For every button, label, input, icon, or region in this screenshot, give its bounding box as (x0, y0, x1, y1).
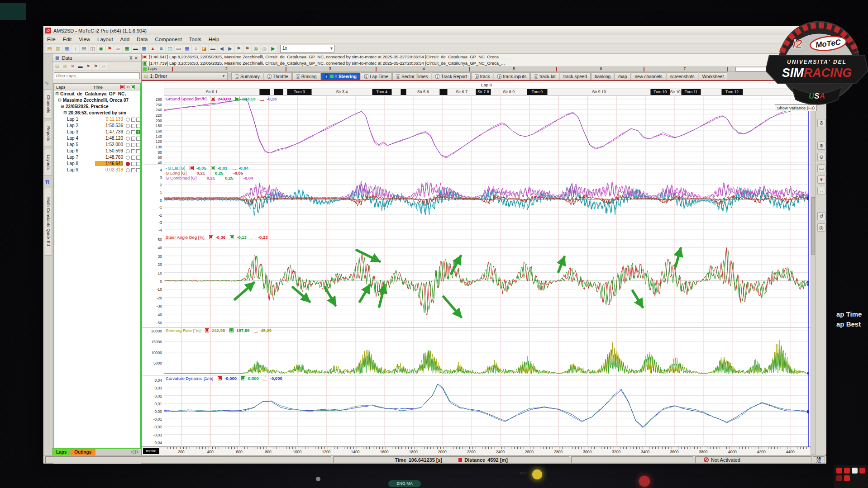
menu-file[interactable]: File (43, 36, 59, 43)
toolbar-icon-23[interactable]: ⚑ (243, 45, 251, 52)
data-panel-icon-1[interactable]: ▥ (62, 63, 68, 70)
lap-checkbox-1[interactable] (131, 124, 135, 128)
side-tab-layouts[interactable]: Layouts (44, 149, 52, 176)
lap-row[interactable]: Lap 41:48.120 (54, 136, 140, 142)
data-panel-icon-6[interactable]: ▱ (100, 63, 107, 70)
lap-row[interactable]: Lap 21:50.536 (54, 123, 140, 129)
lap-checkbox-2[interactable] (136, 118, 140, 122)
tab-new-channels[interactable]: new channels (631, 72, 666, 80)
toolbar-icon-21[interactable]: ▶ (226, 45, 234, 52)
close-panel-icon[interactable]: ✕ (134, 55, 138, 61)
lap-row[interactable]: Lap 61:50.599 (54, 148, 140, 155)
data-panel-icon-0[interactable]: ▤ (54, 63, 61, 70)
toolbar-icon-3[interactable]: ↓ (72, 45, 79, 52)
chart-g-forces[interactable]: 43210-1-2-3-4▪G Lat [G]-0,05-0,01-0,04G … (142, 165, 811, 234)
tree-group-row[interactable]: ⊟Circuit_de_Catalunya_GP_NC, (54, 91, 140, 98)
toolbar-icon-10[interactable]: ▬ (132, 45, 139, 52)
lap-row[interactable]: Lap 81:46.641 (54, 161, 140, 167)
chart-plot-curvature-dynamic[interactable] (164, 375, 809, 447)
minimize-button[interactable]: — (773, 27, 781, 34)
tab-laps[interactable]: Laps (52, 449, 71, 455)
tree-group-row[interactable]: ⊟20:36:53, converted by sim (54, 110, 140, 117)
lap-checkbox-1[interactable] (131, 130, 135, 134)
toolbar-icon-7[interactable]: ⚑ (106, 45, 114, 52)
lap-checkbox-1[interactable] (131, 168, 135, 172)
lap-checkbox-2[interactable] (136, 149, 140, 153)
lap-checkbox-1[interactable] (131, 137, 135, 141)
variance-delta-icon[interactable]: δ (817, 119, 825, 127)
collapse-icon[interactable]: ⊟ (63, 110, 67, 115)
data-panel-icon-2[interactable]: ✕ (69, 63, 76, 70)
lap-checkbox-2[interactable] (136, 168, 140, 172)
toolbar-icon-19[interactable]: ▬ (209, 45, 217, 52)
toolbar-icon-6[interactable]: ◉ (97, 45, 105, 52)
tab-track-report[interactable]: 7Track Report (432, 72, 470, 80)
data-panel-icon-4[interactable]: ⚑ (85, 63, 91, 70)
lap-circle-marker[interactable] (126, 149, 130, 153)
search-icon[interactable]: ◎ (817, 223, 825, 232)
toolbar-icon-13[interactable]: ≡ (157, 45, 165, 52)
toolbar-icon-24[interactable]: ◎ (252, 45, 260, 52)
chart-plot-steer-angle[interactable] (164, 234, 809, 327)
tab-screenshots[interactable]: screenshots (667, 72, 698, 80)
menu-component[interactable]: Component (151, 36, 185, 43)
toolbar-icon-14[interactable]: ◫ (166, 45, 174, 52)
collapse-icon[interactable]: ⊟ (55, 91, 59, 96)
toolbar-icon-20[interactable]: ◀ (218, 45, 225, 52)
toolbar-icon-8[interactable]: ▱ (114, 45, 122, 52)
pan-icon[interactable]: ↔ (817, 187, 825, 195)
scrollbar-thumb[interactable] (811, 197, 815, 255)
toolbar-icon-5[interactable]: ◫ (89, 45, 96, 52)
tab-throttle[interactable]: 2Throttle (264, 72, 292, 80)
lap-checkbox-2[interactable] (136, 137, 140, 141)
lap-circle-marker[interactable] (126, 156, 130, 160)
lap-checkbox-2[interactable] (136, 124, 140, 128)
tab-track-speed[interactable]: track-speed (560, 72, 591, 80)
collapse-icon[interactable]: ⊟ (61, 104, 64, 109)
toolbar-icon-9[interactable]: ▦ (123, 45, 131, 52)
lap-checkbox-1[interactable] (131, 156, 135, 160)
zoom-in-icon[interactable]: ⊕ (817, 142, 825, 150)
menu-data[interactable]: Data (133, 36, 151, 43)
lap-checkbox-2[interactable] (136, 156, 140, 160)
tab-track-inputs[interactable]: 9track-inputs (494, 72, 530, 80)
title-bar[interactable]: i2 AMS2SD - MoTeC i2 Pro (x64) (1.1.6.90… (43, 26, 825, 35)
toolbar-icon-11[interactable]: ▦ (140, 45, 148, 52)
tab-track[interactable]: 8track (471, 72, 494, 80)
tree-group-row[interactable]: ⊟Massimo Zecchinelli, Oreca 07 (54, 98, 140, 104)
menu-tools[interactable]: Tools (186, 36, 205, 43)
lap-checkbox-1[interactable] (131, 149, 135, 153)
tab-nav-arrows[interactable]: ◁ ▷ (131, 449, 141, 455)
menu-add[interactable]: Add (117, 36, 133, 43)
toolbar-icon-1[interactable]: ▥ (54, 45, 62, 52)
side-tab-reports[interactable]: Reports (44, 121, 52, 147)
laps-timeline-bar[interactable]: Laps234567 (142, 66, 811, 72)
chart-plot-ground-speed[interactable] (164, 96, 809, 165)
collapse-icon[interactable]: ⊟ (58, 98, 62, 102)
vertical-scrollbar[interactable] (811, 80, 816, 455)
tree-group-row[interactable]: ⊟22/05/2025, Practice (54, 104, 140, 110)
lap-circle-marker[interactable] (126, 168, 130, 172)
lap-circle-marker[interactable] (126, 124, 130, 128)
data-panel-icon-3[interactable]: ▬ (77, 63, 84, 70)
close-button[interactable]: ✕ (813, 27, 821, 34)
lap-circle-marker[interactable] (126, 137, 130, 141)
lap-circle-marker[interactable] (126, 143, 130, 147)
lap-row[interactable]: Lap 71:48.760 (54, 155, 140, 161)
lap-row[interactable]: Lap 90:02.318 (54, 167, 140, 174)
data-panel-header[interactable]: ▦ Data ⊼ ✕ (52, 54, 141, 62)
tab-map[interactable]: map (615, 72, 630, 80)
lap-checkbox-2[interactable] (136, 162, 140, 166)
filter-laps-input[interactable] (54, 72, 140, 79)
side-tab-channels[interactable]: Channels (44, 89, 52, 119)
tab-steering[interactable]: 4≡Steering (321, 72, 360, 80)
lap-checkbox-1[interactable] (131, 162, 135, 166)
toolbar-icon-18[interactable]: ◪ (200, 45, 208, 52)
lap-circle-marker[interactable] (126, 130, 130, 134)
zoom-out-icon[interactable]: ⊖ (817, 153, 825, 161)
lap-row[interactable]: Lap 51:52.000 (54, 142, 140, 148)
tab-sector-times[interactable]: 6Sector Times (392, 72, 431, 80)
tab-summary[interactable]: 1Summary (231, 72, 263, 80)
toolbar-icon-15[interactable]: ▭ (175, 45, 182, 52)
lap-circle-marker[interactable] (126, 162, 130, 166)
